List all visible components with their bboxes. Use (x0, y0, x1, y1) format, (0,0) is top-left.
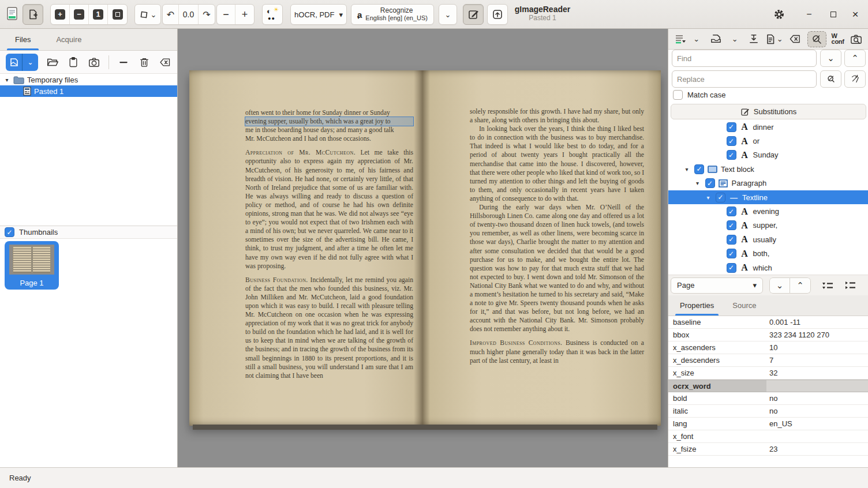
zoom-in-button[interactable]: + (51, 5, 70, 24)
expander-icon[interactable]: ▾ (3, 77, 10, 83)
replace-input[interactable] (672, 70, 817, 88)
recognize-language-dropdown[interactable]: ⌄ (439, 4, 457, 25)
chevron-down-icon[interactable]: ⌄ (732, 35, 738, 43)
zoom-original-button[interactable]: 1 (89, 5, 108, 24)
find-next-button[interactable]: ⌄ (820, 50, 841, 67)
property-row-x_size[interactable]: x_size32 (668, 367, 868, 380)
next-match-button[interactable]: ⌄ (769, 277, 790, 294)
property-row-italic[interactable]: italicno (668, 405, 868, 418)
item-checkbox[interactable]: ✓ (727, 235, 736, 245)
ocr-tree-item-usually[interactable]: ✓Ausually (668, 232, 868, 246)
match-case-checkbox[interactable] (673, 90, 683, 100)
item-checkbox[interactable]: ✓ (727, 263, 736, 273)
expander-icon[interactable]: ▾ (704, 194, 712, 201)
rotate-left-button[interactable]: ↶ (163, 5, 179, 24)
export-document-button[interactable]: ⌄ (765, 32, 783, 47)
item-checkbox[interactable]: ✓ (727, 150, 736, 160)
tree-row-temporary-files[interactable]: ▾ Temporary files (0, 74, 177, 85)
ocr-mode-dropdown[interactable]: hOCR, PDF ▾ (290, 4, 347, 25)
new-page-button[interactable] (23, 4, 43, 25)
collapse-all-button[interactable] (841, 278, 860, 293)
property-row-ocrx_word[interactable]: ocrx_word (668, 380, 868, 392)
find-replace-toggle[interactable] (807, 31, 826, 47)
rotation-angle-field[interactable]: 0.0 (179, 5, 199, 24)
ocr-tree-item-textblock[interactable]: ▾✓Text block (668, 162, 868, 176)
property-row-x_ascenders[interactable]: x_ascenders10 (668, 341, 868, 354)
ocr-tree-item-which[interactable]: ✓Awhich (668, 261, 868, 275)
save-output-button[interactable] (748, 32, 761, 47)
ocr-tree-item-paragraph[interactable]: ▾✓Paragraph (668, 177, 868, 190)
property-row-x_font[interactable]: x_font (668, 430, 868, 443)
word-confidence-toggle[interactable]: Wconf (832, 33, 844, 44)
image-controls-button[interactable]: ◐ ☀ ●● (262, 4, 283, 25)
item-checkbox[interactable]: ✓ (727, 136, 736, 146)
angle-decrease-button[interactable]: − (217, 5, 235, 24)
replace-button[interactable] (820, 70, 841, 88)
page-selector-dropdown[interactable]: Page ▾ (671, 277, 763, 294)
chevron-down-icon[interactable]: ⌄ (693, 35, 699, 43)
item-checkbox[interactable]: ✓ (727, 220, 736, 230)
prev-match-button[interactable]: ⌃ (790, 277, 811, 294)
ocr-tree-item-sunday[interactable]: ✓ASunday (668, 148, 868, 162)
substitutions-button[interactable]: Substitutions (671, 104, 866, 119)
ocr-tree-item-supper[interactable]: ✓Asupper, (668, 219, 868, 232)
add-images-dropdown[interactable]: ⌄ (23, 54, 39, 71)
find-prev-button[interactable]: ⌃ (844, 50, 866, 67)
rotate-right-button[interactable]: ↷ (199, 5, 215, 24)
rotate-mode-button[interactable]: ⌄ (134, 4, 161, 25)
recognize-button[interactable]: a Recognize English [eng] (en_US) (351, 4, 434, 25)
ocr-tree-item-evening[interactable]: ✓Aevening (668, 204, 868, 218)
book-paragraph: Appreciation of Mr. McCutcheon. Let me t… (245, 148, 413, 270)
tab-source[interactable]: Source (723, 295, 765, 316)
selected-textline[interactable]: evening supper, usually both, which was … (245, 117, 413, 126)
tab-acquire[interactable]: Acquire (43, 29, 94, 50)
expander-icon[interactable]: ▾ (694, 180, 702, 186)
find-input[interactable] (672, 50, 817, 67)
expander-icon[interactable]: ▾ (683, 166, 691, 172)
remove-button[interactable] (117, 55, 130, 69)
thumbnail-page-1[interactable]: Page 1 (5, 241, 59, 290)
screenshot-button[interactable] (88, 55, 100, 69)
angle-increase-button[interactable]: + (235, 5, 254, 24)
item-checkbox[interactable]: ✓ (727, 207, 736, 216)
paste-button[interactable] (67, 55, 80, 69)
ocr-tree-item-textline[interactable]: ▾✓—Textline (668, 190, 868, 204)
close-button[interactable]: × (846, 6, 865, 23)
replace-all-button[interactable] (844, 70, 866, 88)
ocr-tree-item-dinner[interactable]: ✓Adinner (668, 120, 868, 134)
item-checkbox[interactable]: ✓ (694, 164, 704, 174)
property-row-bold[interactable]: boldno (668, 392, 868, 405)
clear-button[interactable] (159, 55, 171, 69)
settings-button[interactable] (770, 6, 788, 23)
property-row-x_descenders[interactable]: x_descenders7 (668, 354, 868, 367)
tree-row-pasted-1[interactable]: Pasted 1 (0, 85, 177, 97)
add-images-button[interactable] (6, 54, 23, 71)
property-row-lang[interactable]: langen_US (668, 418, 868, 430)
item-checkbox[interactable]: ✓ (716, 193, 725, 202)
thumbnails-checkbox[interactable]: ✓ (5, 227, 14, 237)
ocr-tree-item-both[interactable]: ✓Aboth, (668, 247, 868, 261)
zoom-fit-button[interactable] (108, 5, 127, 24)
tab-properties[interactable]: Properties (671, 295, 723, 316)
clear-output-button[interactable] (788, 32, 802, 47)
property-row-baseline[interactable]: baseline0.001 -11 (668, 316, 868, 329)
preview-button[interactable] (850, 32, 864, 47)
import-button[interactable] (709, 32, 723, 47)
expand-all-button[interactable] (818, 278, 838, 293)
ocr-edit-toggle[interactable] (463, 4, 484, 25)
zoom-out-button[interactable]: − (70, 5, 89, 24)
scanned-book-image[interactable]: often went to their home for Sunday dinn… (189, 70, 661, 426)
item-checkbox[interactable]: ✓ (705, 178, 715, 188)
tab-files[interactable]: Files (2, 29, 43, 50)
open-folder-button[interactable] (46, 55, 59, 69)
property-row-x_fsize[interactable]: x_fsize23 (668, 443, 868, 456)
item-checkbox[interactable]: ✓ (727, 122, 736, 132)
item-checkbox[interactable]: ✓ (727, 249, 736, 258)
delete-button[interactable] (138, 55, 151, 69)
maximize-button[interactable] (824, 6, 843, 23)
ocr-tree-item-or[interactable]: ✓Aor (668, 134, 868, 148)
property-row-bbox[interactable]: bbox323 234 1120 270 (668, 329, 868, 341)
minimize-button[interactable]: − (800, 6, 818, 23)
document-canvas[interactable]: often went to their home for Sunday dinn… (178, 29, 668, 467)
insert-mode-button[interactable] (672, 32, 688, 47)
